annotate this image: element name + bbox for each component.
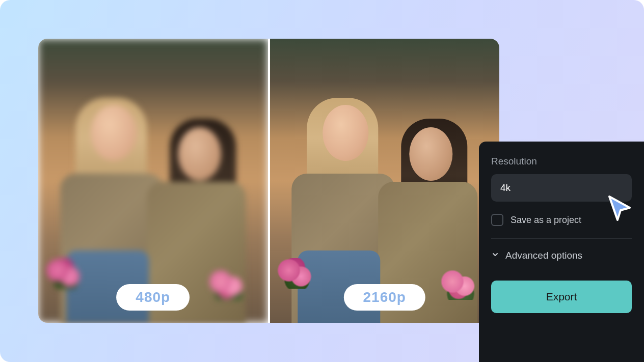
cursor-pointer-icon (604, 192, 635, 223)
after-image: 2160p (270, 39, 500, 323)
backdrop: 480p (0, 0, 644, 362)
after-resolution-badge: 2160p (344, 284, 425, 311)
advanced-options-toggle[interactable]: Advanced options (491, 250, 632, 261)
before-image: 480p (38, 39, 268, 323)
chevron-down-icon (491, 250, 499, 261)
comparison-card: 480p (38, 39, 499, 323)
export-button[interactable]: Export (491, 281, 632, 313)
resolution-label: Resolution (491, 156, 632, 167)
export-panel: Resolution 4k Save as a project Advanced… (479, 142, 644, 362)
checkbox-icon (491, 214, 503, 226)
advanced-options-label: Advanced options (505, 250, 582, 261)
save-project-label: Save as a project (511, 215, 581, 226)
before-resolution-badge: 480p (116, 284, 190, 311)
divider (491, 238, 632, 239)
resolution-value: 4k (500, 182, 511, 193)
